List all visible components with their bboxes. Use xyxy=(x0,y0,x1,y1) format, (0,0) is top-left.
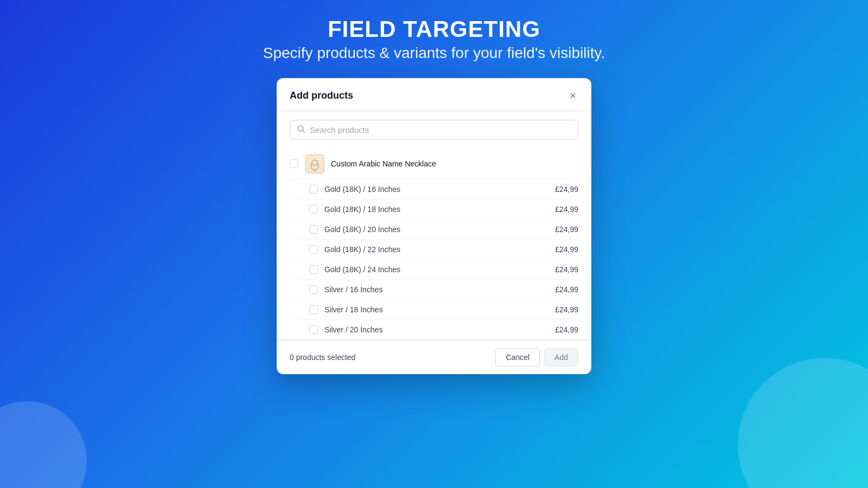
search-icon xyxy=(297,125,305,135)
variant-checkbox-1[interactable] xyxy=(309,205,318,214)
product-checkbox[interactable] xyxy=(290,159,298,168)
variant-checkbox-4[interactable] xyxy=(309,265,318,274)
variant-checkbox-2[interactable] xyxy=(309,225,318,234)
variant-name-2: Gold (18K) / 20 Inches xyxy=(324,225,548,234)
variant-name-7: Silver / 20 Inches xyxy=(324,325,548,334)
bg-circle-right xyxy=(738,358,868,488)
variant-price-7: £24,99 xyxy=(555,325,578,334)
modal-close-button[interactable]: × xyxy=(567,89,578,102)
variant-row: Silver / 16 Inches £24,99 xyxy=(290,280,578,300)
cancel-button[interactable]: Cancel xyxy=(495,348,540,367)
variant-name-5: Silver / 16 Inches xyxy=(324,285,548,294)
variant-price-1: £24,99 xyxy=(555,205,578,214)
svg-point-4 xyxy=(314,169,316,171)
variant-name-1: Gold (18K) / 18 Inches xyxy=(324,205,548,214)
modal-body: Custom Arabic Name Necklace Gold (18K) /… xyxy=(277,111,591,339)
variant-row: Silver / 20 Inches £24,99 xyxy=(290,320,578,339)
footer-buttons: Cancel Add xyxy=(495,348,578,367)
variant-checkbox-3[interactable] xyxy=(309,245,318,254)
variant-row: Gold (18K) / 22 Inches £24,99 xyxy=(290,240,578,260)
variant-row: Silver / 18 Inches £24,99 xyxy=(290,300,578,320)
variant-name-4: Gold (18K) / 24 Inches xyxy=(324,265,548,274)
product-list: Custom Arabic Name Necklace Gold (18K) /… xyxy=(290,149,578,339)
add-products-modal: Add products × xyxy=(277,78,591,374)
search-container xyxy=(290,120,578,140)
variant-checkbox-7[interactable] xyxy=(309,325,318,334)
bg-circle-left xyxy=(0,401,87,488)
product-thumbnail xyxy=(305,154,324,174)
variant-row: Gold (18K) / 16 Inches £24,99 xyxy=(290,179,578,200)
variant-row: Gold (18K) / 24 Inches £24,99 xyxy=(290,260,578,280)
variant-checkbox-0[interactable] xyxy=(309,185,318,194)
selected-count: 0 products selected xyxy=(290,353,355,362)
variant-price-6: £24,99 xyxy=(555,305,578,314)
variants-container: Gold (18K) / 16 Inches £24,99 Gold (18K)… xyxy=(290,179,578,339)
variant-price-4: £24,99 xyxy=(555,265,578,274)
svg-line-1 xyxy=(303,131,304,132)
product-name: Custom Arabic Name Necklace xyxy=(331,159,578,168)
variant-name-0: Gold (18K) / 16 Inches xyxy=(324,185,548,194)
variant-checkbox-6[interactable] xyxy=(309,305,318,314)
modal-title: Add products xyxy=(290,90,353,101)
modal-header: Add products × xyxy=(277,78,591,111)
close-icon: × xyxy=(570,90,576,101)
add-button[interactable]: Add xyxy=(544,348,578,367)
variant-row: Gold (18K) / 20 Inches £24,99 xyxy=(290,220,578,240)
search-input[interactable] xyxy=(310,125,571,134)
variant-name-3: Gold (18K) / 22 Inches xyxy=(324,245,548,254)
variant-price-5: £24,99 xyxy=(555,285,578,294)
modal-footer: 0 products selected Cancel Add xyxy=(277,340,591,374)
variant-price-3: £24,99 xyxy=(555,245,578,254)
page-title: FIELD TARGETING xyxy=(263,16,605,42)
variant-price-0: £24,99 xyxy=(555,185,578,194)
variant-row: Gold (18K) / 18 Inches £24,99 xyxy=(290,200,578,220)
page-subtitle: Specify products & variants for your fie… xyxy=(263,44,605,62)
variant-name-6: Silver / 18 Inches xyxy=(324,305,548,314)
variant-price-2: £24,99 xyxy=(555,225,578,234)
product-row: Custom Arabic Name Necklace xyxy=(290,149,578,179)
variant-checkbox-5[interactable] xyxy=(309,285,318,294)
page-header: FIELD TARGETING Specify products & varia… xyxy=(263,16,605,62)
